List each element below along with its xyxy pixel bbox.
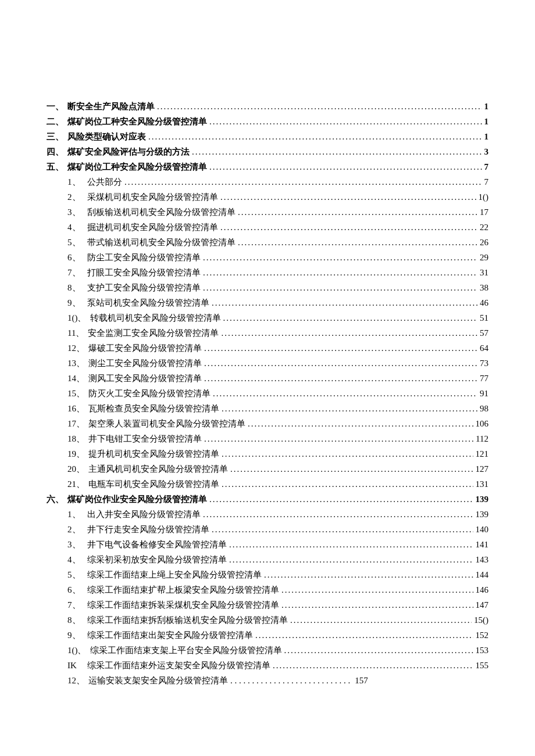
toc-entry-number: 六、	[47, 492, 67, 507]
toc-leader-dots	[202, 431, 473, 446]
toc-entry-number: 4、	[67, 552, 87, 567]
toc-entry-number: 21、	[67, 476, 88, 492]
toc-entry: 7、打眼工安全风险分级管控清单31	[47, 265, 488, 280]
toc-entry: 1()、转载机司机安全风险分级管控清单51	[47, 310, 488, 325]
toc-entry-title: 井下行走安全风险分级管控清单	[87, 522, 209, 537]
toc-leader-dots	[155, 99, 482, 114]
toc-entry-number: 7、	[67, 597, 87, 612]
toc-entry: 8、综采工作面结束拆刮板输送机安全风险分级管控清单15()	[47, 612, 488, 628]
toc-entry: 9、综采工作面结束出架安全风险分级管控清单152	[47, 628, 488, 643]
toc-leader-dots	[221, 310, 478, 325]
toc-leader-dots	[207, 159, 482, 174]
toc-leader-dots	[201, 265, 477, 280]
toc-leader-dots	[227, 537, 473, 552]
toc-leader-dots	[218, 220, 477, 235]
toc-entry: 六、煤矿岗位作业安全风险分级管控清单139	[47, 492, 488, 507]
toc-entry-title: 带式输送机司机安全风险分级管控清单	[87, 235, 236, 250]
toc-leader-dots	[201, 250, 477, 265]
toc-entry-page: 140	[473, 522, 489, 537]
toc-entry-number: 四、	[47, 144, 67, 159]
toc-leader-dots	[122, 174, 482, 189]
toc-entry-number: 18、	[67, 431, 88, 446]
toc-entry-number: 1()、	[67, 310, 90, 325]
toc-entry-number: 五、	[47, 159, 67, 174]
toc-entry-title: 转载机司机安全风险分级管控清单	[90, 310, 221, 325]
toc-entry-title: 运输安装支架安全风险分级管控清单	[88, 673, 228, 688]
toc-entry-number: 13、	[67, 356, 88, 371]
toc-entry-page: 139	[473, 492, 489, 507]
toc-entry-page: 106	[473, 416, 489, 431]
toc-entry-page: 31	[477, 265, 488, 280]
toc-entry-number: 14、	[67, 371, 88, 386]
toc-entry-title: 瓦斯检查员安全风险分级管控清单	[88, 401, 219, 416]
toc-entry-title: 煤矿岗位作业安全风险分级管控清单	[67, 492, 207, 507]
toc-entry: 一、断安全生产风险点清单1	[47, 99, 488, 114]
toc-entry: 5、综采工作面结束上绳上安全风险分级管控清单144	[47, 567, 488, 582]
toc-entry: 14、测风工安全风险分级管控清单77	[47, 371, 488, 386]
toc-entry: 12、爆破工安全风险分级管控清单64	[47, 341, 488, 356]
toc-entry: 13、测尘工安全风险分级管控清单73	[47, 356, 488, 371]
toc-entry-title: 防尘工安全风险分级管控清单	[87, 250, 201, 265]
toc-leader-dots	[228, 461, 473, 476]
toc-entry-page: 153	[473, 643, 489, 658]
toc-entry-number: 二、	[47, 114, 67, 129]
toc-leader-dots	[282, 643, 473, 658]
toc-entry-number: 12、	[67, 341, 88, 356]
toc-entry-title: 安全监测工安全风险分级管控清单	[88, 325, 219, 341]
toc-leader-dots	[262, 567, 473, 582]
table-of-contents: 一、断安全生产风险点清单1二、煤矿岗位工种安全风险分级管控清单1三、风险类型确认…	[47, 99, 488, 688]
toc-entry-page: 131	[473, 476, 489, 492]
toc-entry-number: 9、	[67, 295, 87, 310]
toc-leader-dots	[288, 612, 472, 628]
toc-leader-dots	[219, 476, 473, 492]
toc-leader-dots	[245, 416, 473, 431]
toc-entry-number: 3、	[67, 537, 87, 552]
toc-entry: 1()、综采工作面结束支架上平台安全风险分级管控清单153	[47, 643, 488, 658]
toc-entry-title: 刮板输送机司机安全风险分级管控清单	[87, 205, 236, 220]
toc-entry-page: 121	[473, 446, 489, 461]
toc-entry-number: 8、	[67, 280, 87, 295]
toc-entry-title: 爆破工安全风险分级管控清单	[88, 341, 202, 356]
toc-entry-page: 157	[352, 673, 368, 688]
toc-entry: 4、掘进机司机安全风险分级管控清单22	[47, 220, 488, 235]
toc-entry-title: 泵站司机安全风险分级管控清单	[87, 295, 209, 310]
toc-leader-dots	[279, 582, 473, 597]
toc-entry-title: 掘进机司机安全风险分级管控清单	[87, 220, 218, 235]
toc-entry-page: 143	[473, 552, 489, 567]
toc-leader-dots	[207, 492, 473, 507]
toc-leader-dots	[219, 446, 473, 461]
toc-entry-title: 测风工安全风险分级管控清单	[88, 371, 202, 386]
toc-entry-page: 17	[477, 205, 488, 220]
toc-entry: 16、瓦斯检查员安全风险分级管控清单98	[47, 401, 488, 416]
toc-entry-number: 1、	[67, 174, 87, 189]
toc-entry-number: 1、	[67, 507, 87, 522]
toc-leader-dots	[227, 552, 473, 567]
toc-leader-dots	[202, 341, 477, 356]
toc-entry: 18、井下电钳工安全分级管控清单112	[47, 431, 488, 446]
toc-leader-dots	[219, 401, 477, 416]
toc-entry-title: 主通风机司机安全风险分级管控清单	[88, 461, 228, 476]
toc-leader-dots	[253, 628, 473, 643]
toc-entry-title: 电瓶车司机安全风险分级管控清单	[88, 476, 219, 492]
toc-leader-dots: . . . . . . . . . . . . . . . . . . . . …	[228, 673, 352, 688]
toc-entry-title: 井下电气设备检修安全风险管控清单	[87, 537, 227, 552]
toc-entry-title: 综采工作面结束拆刮板输送机安全风险分级管控清单	[87, 612, 288, 628]
toc-leader-dots	[146, 129, 482, 144]
toc-entry-page: 98	[477, 401, 488, 416]
toc-entry-page: 51	[477, 310, 488, 325]
toc-entry-title: 综采工作面结束外运支架安全风险分级管控清单	[87, 658, 270, 673]
toc-leader-dots	[209, 295, 477, 310]
toc-leader-dots	[202, 371, 477, 386]
toc-entry-number: 7、	[67, 265, 87, 280]
toc-entry: 6、防尘工安全风险分级管控清单29	[47, 250, 488, 265]
toc-entry-number: 9、	[67, 628, 87, 643]
toc-entry-number: 一、	[47, 99, 67, 114]
toc-entry-title: 综采工作面结束出架安全风险分级管控清单	[87, 628, 253, 643]
toc-entry-number: 3、	[67, 205, 87, 220]
toc-entry-page: 146	[473, 582, 489, 597]
toc-entry-page: 1()	[476, 189, 489, 205]
toc-entry-page: 26	[477, 235, 488, 250]
toc-entry-number: 6、	[67, 250, 87, 265]
toc-leader-dots	[207, 114, 482, 129]
toc-entry: 四、煤矿安全风险评估与分级的方法3	[47, 144, 488, 159]
